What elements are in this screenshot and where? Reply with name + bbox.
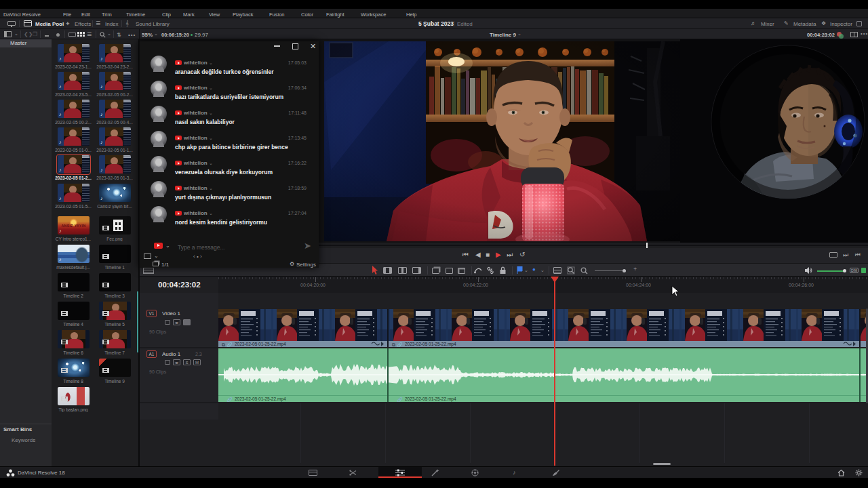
svg-text:2023-02-05 01-25-22.mp4: 2023-02-05 01-25-22.mp4 xyxy=(235,396,286,402)
svg-text:2023-02-05 01-25-22.mp4: 2023-02-05 01-25-22.mp4 xyxy=(405,396,456,402)
svg-text:🔗: 🔗 xyxy=(397,396,403,403)
svg-text:⧉ 🔗: ⧉ 🔗 xyxy=(392,342,403,348)
svg-text:⧉ 🔗: ⧉ 🔗 xyxy=(222,342,233,348)
svg-text:2023-02-05 01-25-22.mp4: 2023-02-05 01-25-22.mp4 xyxy=(405,342,456,347)
svg-text:2023-02-05 01-25-22.mp4: 2023-02-05 01-25-22.mp4 xyxy=(235,342,286,347)
svg-text:🔗: 🔗 xyxy=(226,396,233,403)
